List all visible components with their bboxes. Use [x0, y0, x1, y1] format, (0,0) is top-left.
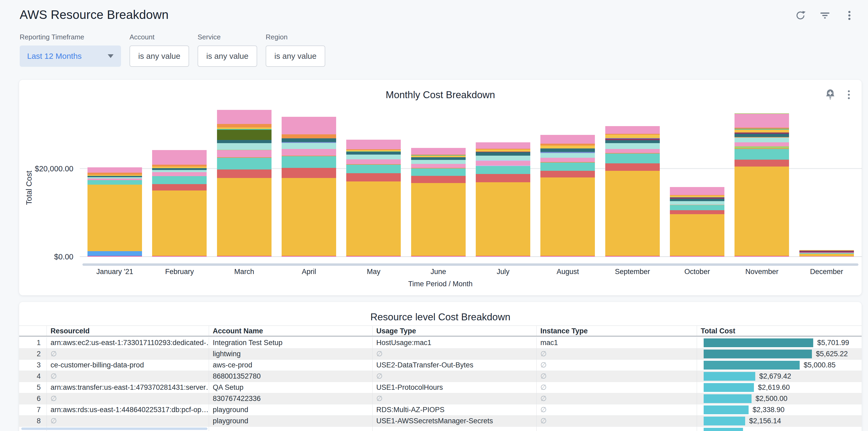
- bar-segment-yellow[interactable]: [540, 146, 595, 149]
- bar-segment-cyanlight[interactable]: [152, 170, 207, 172]
- alert-bell-icon[interactable]: [825, 89, 836, 100]
- bar-segment-red[interactable]: [217, 170, 272, 178]
- bar-segment-pink[interactable]: [540, 135, 595, 144]
- bar-segment-amber[interactable]: [670, 214, 724, 256]
- bar-segment-magenta[interactable]: [735, 256, 789, 256]
- bar-segment-teal[interactable]: [670, 205, 724, 210]
- col-header-account-name[interactable]: Account Name: [209, 326, 372, 336]
- bar-segment-red[interactable]: [605, 163, 660, 171]
- bar-may[interactable]: [346, 140, 401, 256]
- bar-segment-cyanlight[interactable]: [540, 153, 595, 158]
- bar-segment-darkteal[interactable]: [670, 199, 724, 201]
- bar-segment-pink[interactable]: [735, 142, 789, 146]
- bar-segment-darkteal[interactable]: [282, 138, 336, 142]
- bar-segment-darkteal[interactable]: [540, 149, 595, 152]
- bar-segment-pink[interactable]: [735, 114, 789, 128]
- bar-september[interactable]: [605, 126, 660, 256]
- bar-june[interactable]: [411, 148, 466, 256]
- bar-segment-cyanlight[interactable]: [282, 143, 336, 149]
- bar-segment-yellow[interactable]: [476, 150, 530, 152]
- bar-segment-red[interactable]: [282, 168, 336, 178]
- bar-segment-amber[interactable]: [605, 171, 660, 256]
- bar-segment-orange[interactable]: [88, 173, 142, 175]
- kebab-icon[interactable]: [843, 9, 855, 21]
- timeframe-dropdown[interactable]: Last 12 Months: [20, 45, 121, 67]
- bar-segment-teal[interactable]: [152, 176, 207, 184]
- bar-february[interactable]: [152, 150, 207, 256]
- bar-segment-pink[interactable]: [411, 164, 466, 168]
- bar-segment-amber[interactable]: [346, 181, 401, 256]
- bar-segment-amber[interactable]: [735, 166, 789, 256]
- bar-segment-pink[interactable]: [88, 167, 142, 173]
- bar-segment-cyanlight[interactable]: [217, 143, 272, 150]
- filter-icon[interactable]: [819, 9, 831, 21]
- bar-segment-pink[interactable]: [346, 140, 401, 149]
- bar-segment-magenta[interactable]: [476, 256, 530, 256]
- bar-segment-pink[interactable]: [476, 142, 530, 149]
- bar-segment-teal[interactable]: [88, 180, 142, 185]
- bar-segment-pink[interactable]: [670, 187, 724, 195]
- bar-july[interactable]: [476, 142, 530, 256]
- bar-segment-magenta[interactable]: [799, 256, 854, 256]
- bar-segment-cyanlight[interactable]: [735, 137, 789, 142]
- bar-segment-yellow[interactable]: [735, 129, 789, 133]
- bar-segment-teal[interactable]: [282, 156, 336, 168]
- bar-segment-red[interactable]: [670, 210, 724, 214]
- bar-segment-magenta[interactable]: [540, 256, 595, 256]
- filter-value-button[interactable]: is any value: [129, 45, 189, 67]
- bar-segment-pink[interactable]: [605, 126, 660, 134]
- bar-segment-teal[interactable]: [605, 154, 660, 164]
- bar-segment-red[interactable]: [476, 174, 530, 182]
- bar-segment-pink[interactable]: [411, 148, 466, 155]
- bar-segment-amber[interactable]: [476, 182, 530, 256]
- bar-april[interactable]: [282, 117, 336, 256]
- bar-november[interactable]: [735, 113, 789, 256]
- bar-segment-darkteal[interactable]: [411, 157, 466, 160]
- bar-segment-olive[interactable]: [217, 130, 272, 140]
- bar-segment-red[interactable]: [346, 173, 401, 181]
- bar-segment-yellow[interactable]: [605, 134, 660, 138]
- col-header-instance-type[interactable]: Instance Type: [536, 326, 697, 336]
- bar-segment-teal[interactable]: [540, 162, 595, 171]
- bar-segment-cyanlight[interactable]: [476, 156, 530, 160]
- bar-segment-amber[interactable]: [540, 178, 595, 256]
- bar-december[interactable]: [799, 250, 854, 256]
- bar-segment-maroon[interactable]: [799, 251, 854, 252]
- bar-segment-red[interactable]: [411, 176, 466, 183]
- bar-segment-magenta[interactable]: [605, 256, 660, 256]
- bar-segment-blue[interactable]: [88, 251, 142, 256]
- bar-january-21[interactable]: [88, 167, 142, 256]
- refresh-icon[interactable]: [795, 9, 806, 21]
- bar-segment-darkteal[interactable]: [476, 152, 530, 156]
- bar-segment-magenta[interactable]: [152, 256, 207, 256]
- bar-segment-pink[interactable]: [476, 161, 530, 165]
- bar-segment-darkteal[interactable]: [217, 140, 272, 143]
- bar-august[interactable]: [540, 135, 595, 256]
- bar-segment-orange[interactable]: [217, 124, 272, 127]
- bar-segment-pink[interactable]: [540, 158, 595, 162]
- bar-segment-cyanlight[interactable]: [411, 160, 466, 164]
- bar-segment-teal[interactable]: [411, 168, 466, 176]
- bar-segment-amber[interactable]: [152, 190, 207, 256]
- bar-segment-magenta[interactable]: [88, 256, 142, 256]
- bar-segment-pink[interactable]: [217, 150, 272, 157]
- chart-horizontal-scrollbar[interactable]: [83, 264, 859, 266]
- bar-segment-red[interactable]: [735, 160, 789, 166]
- bar-segment-amber[interactable]: [282, 178, 336, 256]
- bar-segment-magenta[interactable]: [670, 256, 724, 256]
- bar-october[interactable]: [670, 187, 724, 256]
- bar-segment-yellow[interactable]: [411, 156, 466, 157]
- filter-value-button[interactable]: is any value: [266, 45, 325, 67]
- bar-segment-orange[interactable]: [282, 134, 336, 138]
- bar-segment-red[interactable]: [152, 184, 207, 191]
- col-header-usage-type[interactable]: Usage Type: [372, 326, 536, 336]
- bar-segment-pink[interactable]: [152, 150, 207, 164]
- bar-segment-orange[interactable]: [540, 144, 595, 146]
- col-header-total-cost[interactable]: Total Cost: [697, 326, 862, 336]
- bar-segment-pink[interactable]: [605, 149, 660, 153]
- col-header-resourceid[interactable]: ResourceId: [46, 326, 209, 336]
- bar-segment-lgreen[interactable]: [735, 146, 789, 149]
- bar-segment-cyanlight[interactable]: [670, 201, 724, 205]
- bar-segment-pink[interactable]: [346, 159, 401, 164]
- bar-segment-magenta[interactable]: [282, 256, 336, 256]
